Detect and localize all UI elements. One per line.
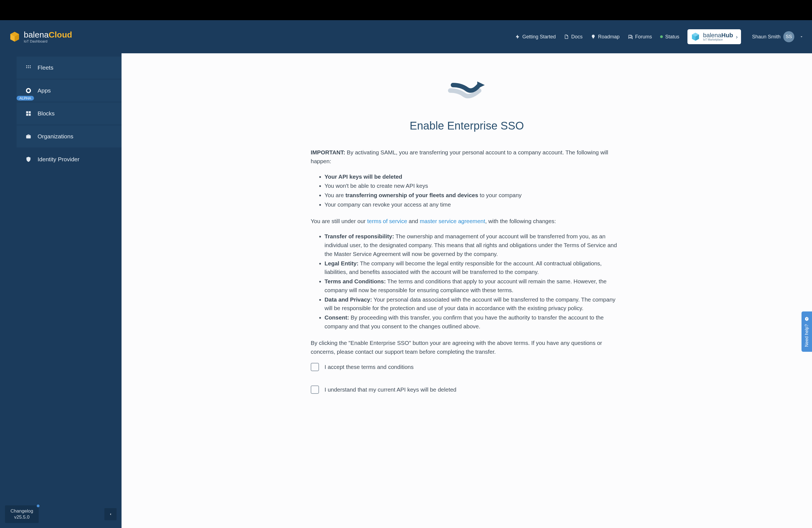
sidebar: Fleets Apps ALPHA Blocks Organizations bbox=[0, 53, 121, 528]
app-header: balenaCloud IoT Dashboard Getting Starte… bbox=[0, 20, 812, 53]
important-paragraph: IMPORTANT: By activating SAML, you are t… bbox=[311, 148, 623, 166]
chat-icon bbox=[628, 34, 633, 39]
brand-name-2: Cloud bbox=[48, 30, 72, 39]
sidebar-label: Fleets bbox=[38, 64, 53, 71]
consequences-list: Your API keys will be deleted You won't … bbox=[324, 172, 623, 209]
list-item: Data and Privacy: Your personal data ass… bbox=[324, 295, 623, 313]
li-title: Transfer of responsibility: bbox=[324, 233, 394, 239]
tos-link[interactable]: terms of service bbox=[367, 218, 407, 224]
sidebar-item-fleets[interactable]: Fleets bbox=[17, 57, 121, 79]
li-bold: transferring ownership of your fleets an… bbox=[346, 192, 478, 198]
collapse-sidebar-button[interactable] bbox=[104, 508, 117, 520]
nav-getting-started[interactable]: Getting Started bbox=[515, 34, 556, 40]
li-post: to your company bbox=[478, 192, 521, 198]
list-item: Consent: By proceeding with this transfe… bbox=[324, 313, 623, 331]
chevron-down-icon bbox=[799, 34, 804, 39]
sidebar-label: Apps bbox=[38, 87, 51, 94]
window-chrome bbox=[0, 0, 812, 20]
msa-link[interactable]: master service agreement bbox=[420, 218, 485, 224]
list-item: Legal Entity: The company will become th… bbox=[324, 259, 623, 277]
sidebar-label: Identity Provider bbox=[38, 156, 79, 163]
hub-name-2: Hub bbox=[721, 32, 733, 39]
page-hero-icon bbox=[311, 75, 623, 106]
bulb-icon bbox=[591, 34, 596, 39]
svg-point-5 bbox=[30, 67, 31, 68]
list-item: Your company can revoke your access at a… bbox=[324, 200, 623, 209]
nav-forums[interactable]: Forums bbox=[628, 34, 652, 40]
li-title: Terms and Conditions: bbox=[324, 278, 386, 284]
svg-point-4 bbox=[28, 67, 29, 68]
list-item: Your API keys will be deleted bbox=[324, 172, 623, 181]
fleets-icon bbox=[25, 64, 31, 71]
still-under-paragraph: You are still under our terms of service… bbox=[311, 217, 623, 225]
sidebar-item-organizations[interactable]: Organizations bbox=[17, 126, 121, 148]
important-label: IMPORTANT: bbox=[311, 149, 345, 156]
checkbox-terms[interactable] bbox=[311, 363, 319, 371]
chevron-right-icon: › bbox=[736, 34, 738, 40]
bolt-icon bbox=[515, 34, 520, 39]
brand-name-1: balena bbox=[24, 30, 48, 39]
li-text: The company will become the legal entity… bbox=[324, 260, 602, 275]
text: You are still under our bbox=[311, 218, 367, 224]
sidebar-item-apps[interactable]: Apps ALPHA bbox=[17, 79, 121, 102]
checkbox-api-keys[interactable] bbox=[311, 385, 319, 394]
checkbox-terms-row: I accept these terms and conditions bbox=[311, 363, 623, 371]
svg-text:?: ? bbox=[806, 317, 808, 320]
chevron-left-icon bbox=[108, 512, 112, 516]
sidebar-label: Blocks bbox=[38, 110, 55, 117]
nav-label: Getting Started bbox=[522, 34, 556, 40]
blocks-icon bbox=[25, 111, 31, 117]
logo-cube-icon bbox=[9, 31, 20, 43]
status-dot-icon bbox=[660, 35, 663, 38]
li-text: Your API keys will be deleted bbox=[324, 173, 402, 180]
hub-cube-icon bbox=[691, 32, 700, 41]
li-pre: You are bbox=[324, 192, 346, 198]
li-title: Legal Entity: bbox=[324, 260, 359, 266]
li-title: Data and Privacy: bbox=[324, 296, 372, 303]
list-item: Terms and Conditions: The terms and cond… bbox=[324, 277, 623, 295]
svg-point-3 bbox=[26, 67, 27, 68]
list-item: Transfer of responsibility: The ownershi… bbox=[324, 232, 623, 258]
nav-label: Docs bbox=[571, 34, 582, 40]
sidebar-label: Organizations bbox=[38, 133, 73, 140]
footer-paragraph: By clicking the "Enable Enterprise SSO" … bbox=[311, 339, 623, 356]
hub-subtitle: IoT Marketplace bbox=[703, 39, 733, 41]
changelog-label: Changelog bbox=[11, 508, 33, 514]
shield-icon bbox=[25, 156, 31, 162]
changelog-button[interactable]: Changelog v25.5.0 bbox=[5, 505, 39, 523]
changes-list: Transfer of responsibility: The ownershi… bbox=[324, 232, 623, 331]
svg-rect-9 bbox=[26, 114, 28, 116]
svg-rect-8 bbox=[29, 111, 31, 113]
checkbox-label: I accept these terms and conditions bbox=[324, 363, 414, 371]
text: , with the following changes: bbox=[485, 218, 556, 224]
avatar: SS bbox=[783, 31, 794, 42]
sidebar-item-identity-provider[interactable]: Identity Provider bbox=[17, 148, 121, 171]
sidebar-item-blocks[interactable]: Blocks bbox=[17, 102, 121, 125]
svg-rect-10 bbox=[29, 114, 31, 116]
nav-label: Forums bbox=[635, 34, 652, 40]
checkbox-api-keys-row: I understand that my current API keys wi… bbox=[311, 385, 623, 394]
notification-dot-icon bbox=[37, 504, 40, 507]
text: and bbox=[407, 218, 420, 224]
list-item: You won't be able to create new API keys bbox=[324, 181, 623, 190]
important-text: By activating SAML, you are transferring… bbox=[311, 149, 608, 164]
svg-rect-7 bbox=[26, 111, 28, 113]
page-title: Enable Enterprise SSO bbox=[311, 120, 623, 132]
nav-docs[interactable]: Docs bbox=[564, 34, 582, 40]
list-item: You are transferring ownership of your f… bbox=[324, 191, 623, 200]
alpha-badge: ALPHA bbox=[17, 96, 34, 101]
svg-point-2 bbox=[30, 65, 31, 67]
brand-subtitle: IoT Dashboard bbox=[24, 40, 72, 43]
help-label: Need help? bbox=[804, 324, 809, 347]
nav-label: Status bbox=[665, 34, 679, 40]
nav-status[interactable]: Status bbox=[660, 34, 679, 40]
brand-logo[interactable]: balenaCloud IoT Dashboard bbox=[9, 31, 72, 43]
user-name: Shaun Smith bbox=[752, 34, 781, 40]
li-text: By proceeding with this transfer, you co… bbox=[324, 314, 604, 329]
nav-label: Roadmap bbox=[598, 34, 620, 40]
checkbox-label: I understand that my current API keys wi… bbox=[324, 385, 456, 394]
help-tab[interactable]: Need help? ? bbox=[801, 311, 812, 352]
hub-button[interactable]: balenaHub IoT Marketplace › bbox=[687, 29, 741, 44]
user-menu[interactable]: Shaun Smith SS bbox=[752, 31, 804, 42]
nav-roadmap[interactable]: Roadmap bbox=[591, 34, 620, 40]
